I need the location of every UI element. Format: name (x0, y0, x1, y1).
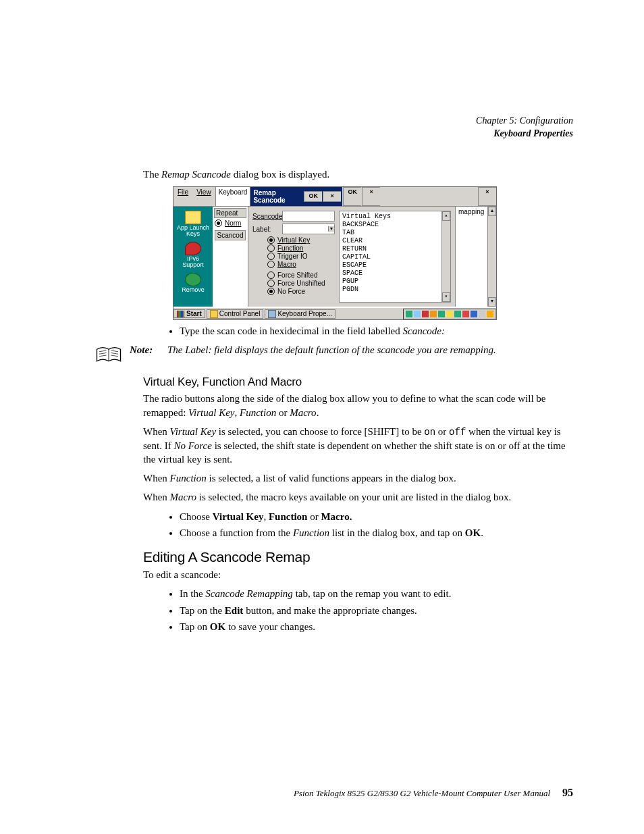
scancode-label: Scancode: (252, 213, 282, 220)
radio-function[interactable] (267, 244, 275, 252)
text: Type the scan code in hexidecimal in the… (180, 325, 403, 336)
task-control-panel[interactable]: Control Panel (207, 309, 264, 319)
ipv6-icon[interactable] (185, 242, 201, 255)
list-item[interactable]: BACKSPACE (342, 221, 441, 229)
outer-scrollbar[interactable]: ▴▾ (487, 207, 496, 307)
list-item[interactable]: CAPITAL (342, 253, 441, 261)
remap-type-radios: Virtual Key Function Trigger IO Macro Fo… (267, 236, 335, 295)
page-number: 95 (562, 787, 573, 799)
scancode-button[interactable]: Scancod (215, 230, 246, 240)
text: Scancode: (403, 325, 445, 336)
text: on (424, 427, 435, 438)
tray-icon[interactable] (487, 311, 493, 317)
folder-icon (210, 310, 218, 318)
outer-close-button[interactable]: × (478, 187, 496, 206)
paragraph: When Virtual Key is selected, you can ch… (143, 425, 573, 466)
list-item[interactable]: RETURN (342, 245, 441, 253)
text: Function (240, 407, 276, 418)
text: Virtual Key (170, 426, 216, 437)
radio-norm-label: Norm (225, 219, 241, 227)
note-label: Note: (130, 344, 167, 369)
page-header: Chapter 5: Configuration Keyboard Proper… (95, 115, 573, 140)
radio-force-shifted[interactable] (267, 271, 275, 279)
list-item[interactable]: CLEAR (342, 237, 441, 245)
task-label: Keyboard Prope... (277, 310, 332, 317)
virtual-keys-listbox[interactable]: Virtual Keys BACKSPACE TAB CLEAR RETURN … (339, 211, 451, 303)
scancode-input[interactable] (282, 211, 335, 221)
text: list in the dialog box, and tap on (329, 527, 465, 538)
list-item[interactable]: SPACE (342, 269, 441, 278)
remove-icon[interactable] (185, 273, 201, 286)
text: Macro (290, 407, 316, 418)
radio-label: Function (277, 244, 303, 252)
instruction-bullets-1: Type the scan code in hexidecimal in the… (169, 324, 573, 338)
list-item[interactable]: PGDN (342, 286, 441, 294)
titlebar-title: Remap Scancode (252, 188, 303, 205)
tray-icon[interactable] (422, 311, 429, 317)
radio-macro[interactable] (267, 261, 275, 268)
back-ok-button[interactable]: OK (343, 187, 361, 206)
text: Choose (180, 511, 213, 522)
tab-repeat[interactable]: Repeat (214, 208, 246, 218)
tray-icon[interactable] (471, 311, 477, 317)
list-item[interactable]: ESCAPE (342, 261, 441, 269)
radio-label: Macro (277, 261, 296, 268)
tab-keyboard[interactable]: Keyboard (215, 187, 251, 206)
text: When (143, 492, 170, 502)
text: . (481, 527, 483, 538)
listbox-scrollbar[interactable]: ▴▾ (441, 211, 450, 302)
radio-label: Force Unshifted (277, 280, 325, 287)
radio-norm[interactable] (215, 219, 222, 227)
back-close-button[interactable]: × (362, 187, 380, 206)
tray-icon[interactable] (406, 311, 412, 317)
titlebar-ok-button[interactable]: OK (304, 191, 322, 202)
tray-icon[interactable] (462, 311, 469, 317)
icon-label: Support (182, 262, 204, 268)
start-label: Start (186, 310, 202, 317)
bullet-item: Type the scan code in hexidecimal in the… (180, 324, 573, 338)
radio-trigger-io[interactable] (267, 253, 275, 260)
menubar: File View Keyboard Remap Scancode OK × O… (173, 187, 496, 207)
tray-icon[interactable] (430, 311, 437, 317)
background-window-fragment: mapping st s & ge ▴▾ (455, 207, 496, 307)
radio-force-unshifted[interactable] (267, 280, 275, 287)
paragraph: The radio buttons along the side of the … (143, 392, 573, 419)
label-label: Label: (252, 226, 282, 233)
label-combo[interactable] (282, 224, 335, 234)
text: Remap Scancode (161, 169, 231, 180)
radio-virtual-key[interactable] (267, 236, 275, 244)
text: The (143, 169, 161, 180)
list-item[interactable]: Virtual Keys (342, 213, 441, 221)
titlebar-close-button[interactable]: × (323, 191, 341, 202)
menu-view[interactable]: View (192, 187, 215, 206)
keyboard-props-panel: Repeat Norm Scancod (213, 207, 248, 307)
tray-icon[interactable] (479, 311, 485, 317)
tray-icon[interactable] (446, 311, 453, 317)
task-keyboard-prope[interactable]: Keyboard Prope... (265, 309, 336, 319)
text: In the (180, 588, 205, 599)
app-launch-icon[interactable] (185, 211, 201, 224)
paragraph: When Function is selected, a list of val… (143, 471, 573, 485)
text: Virtual Key (188, 407, 234, 418)
text: or (435, 426, 449, 437)
tray-icon[interactable] (454, 311, 461, 317)
text: or (307, 511, 321, 522)
menu-file[interactable]: File (173, 187, 192, 206)
system-tray (403, 309, 496, 319)
list-item[interactable]: TAB (342, 229, 441, 237)
start-button[interactable]: Start (173, 309, 205, 318)
text: Function (293, 527, 329, 538)
bullet-item: In the Scancode Remapping tab, tap on th… (180, 587, 573, 600)
text: OK (465, 527, 481, 538)
tray-icon[interactable] (414, 311, 421, 317)
text: , (263, 511, 269, 522)
radio-no-force[interactable] (267, 288, 275, 295)
icon-label: Keys (186, 231, 200, 237)
text: dialog box is displayed. (231, 169, 329, 180)
bullet-item: Choose a function from the Function list… (180, 526, 573, 540)
note-book-icon (95, 344, 130, 369)
desktop-icon-column: App Launch Keys IPv6 Support Remove (173, 207, 213, 307)
tray-icon[interactable] (438, 311, 445, 317)
list-item[interactable]: PGUP (342, 278, 441, 286)
icon-label: Remove (182, 287, 205, 293)
